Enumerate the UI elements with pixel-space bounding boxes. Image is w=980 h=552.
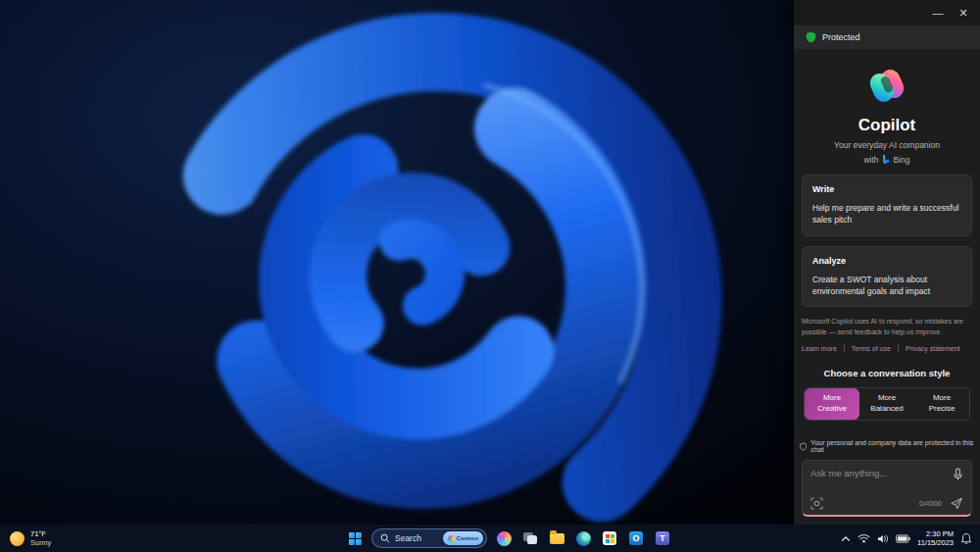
battery-icon[interactable] [896,534,910,543]
copilot-panel: — ✕ Protected [794,0,980,525]
bing-icon [882,154,891,165]
volume-icon[interactable] [877,533,889,544]
outlook-icon: O [629,531,643,545]
protected-status-bar: Protected [794,25,980,49]
search-highlight-icon [448,535,455,542]
search-highlight-label: Contoso [457,535,478,541]
close-button[interactable]: ✕ [953,4,974,22]
screenshot-icon[interactable] [810,497,823,510]
data-protection-text: Your personal and company data are prote… [810,439,974,453]
privacy-shield-icon [800,442,807,451]
panel-spacer [794,421,980,439]
search-icon [380,533,390,543]
teams-icon: T [656,531,669,545]
privacy-statement-link[interactable]: Privacy statement [906,345,960,352]
protected-shield-icon [806,31,816,43]
copilot-title: Copilot [858,116,916,135]
sun-icon [10,531,24,546]
conversation-style-group: More Creative More Balanced More Precise [804,387,970,421]
notification-bell-icon[interactable] [960,532,972,545]
card-title: Analyze [812,256,961,266]
system-tray: 2:30 PM 11/15/2023 [841,525,972,552]
taskbar-app-copilot[interactable] [494,528,514,548]
learn-more-link[interactable]: Learn more [802,345,837,352]
taskbar-app-store[interactable] [600,528,619,548]
weather-condition: Sunny [30,538,51,547]
with-label: with [863,155,878,165]
taskbar-app-teams[interactable]: T [653,528,672,548]
clock-time: 2:30 PM [926,529,954,538]
taskbar-app-file-explorer[interactable] [547,528,566,548]
microphone-icon[interactable] [953,468,963,481]
task-view-icon [523,532,537,544]
file-explorer-icon [550,533,564,544]
taskbar-center: Search Contoso O T [345,525,672,552]
copilot-taskbar-icon [497,531,512,546]
link-divider [844,344,845,352]
copilot-subtitle: Your everyday AI companion [834,140,940,150]
send-icon[interactable] [950,497,963,510]
clock[interactable]: 2:30 PM 11/15/2023 [917,529,954,548]
style-more-precise-button[interactable]: More Precise [914,388,969,420]
card-text: Create a SWOT analysis about environment… [812,274,961,298]
minimize-button[interactable]: — [927,4,949,22]
copilot-titlebar: — ✕ [794,0,980,25]
taskbar-app-outlook[interactable]: O [626,528,646,548]
suggestion-card-analyze[interactable]: Analyze Create a SWOT analysis about env… [802,246,972,308]
clock-date: 11/15/2023 [917,538,954,547]
style-more-creative-button[interactable]: More Creative [805,388,859,420]
suggestion-cards: Write Help me prepare and write a succes… [794,165,980,307]
style-more-balanced-button[interactable]: More Balanced [859,388,914,420]
weather-widget[interactable]: 71°F Sunny [10,525,51,552]
conversation-style-heading: Choose a conversation style [794,368,980,378]
wifi-icon[interactable] [858,533,870,543]
char-counter: 0/4000 [919,499,942,508]
legal-links: Learn more Terms of use Privacy statemen… [794,337,980,352]
taskbar: 71°F Sunny Search Contoso [0,525,980,552]
bing-label: Bing [894,155,910,165]
tray-chevron-up-icon[interactable] [841,535,851,542]
search-box[interactable]: Search Contoso [371,528,487,548]
search-placeholder: Search [395,533,438,543]
desktop-wallpaper-bloom [0,0,794,525]
windows-desktop-screen: — ✕ Protected [0,0,980,552]
terms-of-use-link[interactable]: Terms of use [852,345,891,352]
weather-temp: 71°F [30,529,51,538]
card-text: Help me prepare and write a successful s… [812,202,961,226]
copilot-with-bing: with Bing [863,154,909,165]
data-protection-note: Your personal and company data are prote… [794,439,980,453]
edge-icon [576,531,591,546]
taskbar-app-task-view[interactable] [520,528,540,548]
copilot-logo-icon [864,63,909,108]
copilot-hero: Copilot Your everyday AI companion with … [794,49,980,165]
card-title: Write [812,184,961,194]
link-divider [898,344,899,352]
taskbar-app-edge[interactable] [573,528,593,548]
search-highlight-badge[interactable]: Contoso [443,531,483,545]
windows-logo-icon [349,532,362,545]
microsoft-store-icon [603,531,616,545]
chat-input-box[interactable]: 0/4000 [802,460,972,517]
ask-input[interactable] [810,468,938,478]
ai-disclaimer: Microsoft Copilot uses AI to respond, so… [794,307,980,337]
protected-label: Protected [822,32,860,42]
start-button[interactable] [345,528,365,548]
suggestion-card-write[interactable]: Write Help me prepare and write a succes… [802,175,972,236]
